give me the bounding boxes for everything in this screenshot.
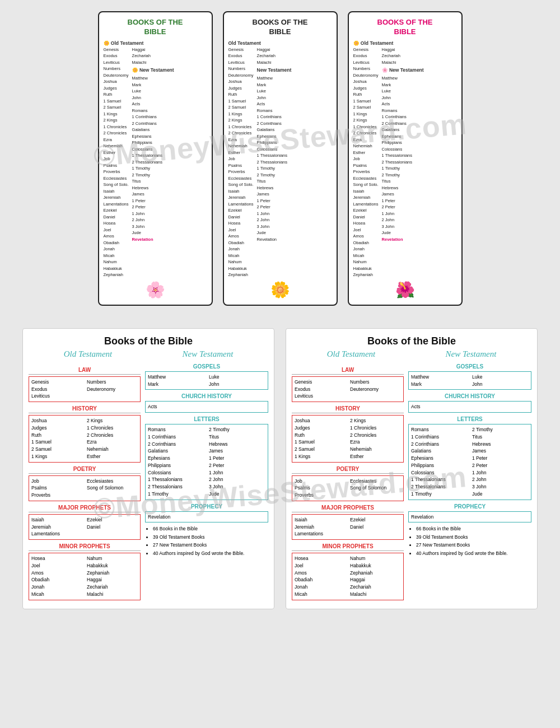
bible-card-2: Books of the Bible Old Testament New Tes… — [286, 328, 538, 609]
card2-history-heading: HISTORY — [292, 405, 404, 413]
card2-right: GOSPELS MatthewMark LukeJohn CHURCH HIST… — [408, 363, 531, 602]
bm1-flower: 🌸 — [104, 281, 207, 299]
card1-gospels-box: MatthewMark LukeJohn — [145, 371, 268, 390]
card1-facts: 66 Books in the Bible 39 Old Testament B… — [145, 525, 268, 557]
card1-church-box: Acts — [145, 401, 268, 413]
card2-major-heading: MAJOR PROPHETS — [292, 505, 404, 512]
card2-gospels-heading: GOSPELS — [408, 363, 531, 370]
bookmark-1: BOOKS OF THEBIBLE 🌼 Old Testament Genesi… — [98, 11, 213, 306]
bm1-ot-col2: HaggaiZechariahMalachi 🌼 New Testament M… — [132, 47, 174, 278]
card2-facts: 66 Books in the Bible 39 Old Testament B… — [408, 525, 531, 557]
cards-section: Books of the Bible Old Testament New Tes… — [0, 317, 560, 620]
card1-nt-subtitle: New Testament — [183, 349, 234, 359]
card2-gospels-box: MatthewMark LukeJohn — [408, 371, 531, 390]
bm2-ot-col2: HaggaiZechariahMalachi New Testament Mat… — [257, 47, 292, 278]
card1-prophecy-heading: PROPHECY — [145, 503, 268, 510]
card2-left: LAW GenesisExodusLeviticus NumbersDeuter… — [292, 363, 404, 602]
bm1-ot-label: 🌼 Old Testament — [104, 40, 207, 46]
card2-poetry-box: JobPsalmsProverbs EcclesiastesSong of So… — [292, 475, 404, 501]
bm2-ot-col1: GenesisExodusLeviticusNumbers Deuteronom… — [228, 47, 254, 278]
card1-minor-heading: MINOR PROPHETS — [29, 543, 141, 551]
card1-poetry-box: JobPsalmsProverbs EcclesiastesSong of So… — [29, 475, 141, 501]
card2-body: LAW GenesisExodusLeviticus NumbersDeuter… — [292, 363, 531, 602]
card1-ot-subtitle: Old Testament — [64, 349, 113, 359]
bm3-ot-label: 🌼 Old Testament — [353, 40, 457, 46]
card1-law-box: GenesisExodusLeviticus NumbersDeuteronom… — [29, 376, 141, 402]
card1-history-box: JoshuaJudgesRuth1 Samuel2 Samuel1 Kings … — [29, 415, 141, 463]
bm2-ot-label: Old Testament — [228, 40, 332, 46]
card1-poetry-heading: POETRY — [29, 466, 141, 474]
card2-minor-heading: MINOR PROPHETS — [292, 543, 404, 551]
card2-letters-heading: LETTERS — [408, 416, 531, 422]
card2-letters-box: Romans1 Corinthians2 CorinthiansGalatian… — [408, 424, 531, 500]
bookmark-3: BOOKS OF THEBIBLE 🌼 Old Testament Genesi… — [348, 11, 463, 306]
bm1-ot-col1: GenesisExodusLeviticusNumbers Deuteronom… — [104, 47, 129, 278]
card2-law-heading: LAW — [292, 367, 404, 375]
bookmark-1-title: BOOKS OF THEBIBLE — [104, 18, 207, 37]
bm2-flower: 🌼 — [228, 281, 332, 299]
card1-major-heading: MAJOR PROPHETS — [29, 505, 141, 512]
card2-nt-subtitle: New Testament — [446, 349, 497, 359]
card2-subtitles: Old Testament New Testament — [292, 349, 531, 359]
card2-major-box: IsaiahJeremiahLamentations EzekielDaniel — [292, 514, 404, 540]
card1-letters-heading: LETTERS — [145, 416, 268, 422]
bookmark-3-title: BOOKS OF THEBIBLE — [353, 18, 457, 37]
bm3-flower: 🌺 — [353, 281, 457, 299]
bookmarks-section: BOOKS OF THEBIBLE 🌼 Old Testament Genesi… — [0, 0, 560, 317]
card1-letters-box: Romans1 Corinthians2 CorinthiansGalatian… — [145, 424, 268, 500]
bible-card-1: Books of the Bible Old Testament New Tes… — [22, 328, 274, 609]
card1-church-heading: CHURCH HISTORY — [145, 393, 268, 399]
card2-prophecy-box: Revelation — [408, 511, 531, 523]
card2-ot-subtitle: Old Testament — [327, 349, 376, 359]
card1-right: GOSPELS MatthewMark LukeJohn CHURCH HIST… — [145, 363, 268, 602]
bm3-ot-col1: GenesisExodusLeviticusNumbers Deuteronom… — [353, 47, 379, 278]
card2-poetry-heading: POETRY — [292, 466, 404, 474]
card2-history-box: JoshuaJudgesRuth1 Samuel2 Samuel1 Kings … — [292, 415, 404, 463]
card1-gospels-heading: GOSPELS — [145, 363, 268, 370]
card1-left: LAW GenesisExodusLeviticus NumbersDeuter… — [29, 363, 141, 602]
card1-minor-box: HoseaJoelAmosObadiahJonahMicah NahumHaba… — [29, 553, 141, 600]
card1-law-heading: LAW — [29, 367, 141, 375]
bm3-ot-col2: HaggaiZechariahMalachi 🌸 New Testament M… — [382, 47, 424, 278]
card1-history-heading: HISTORY — [29, 405, 141, 413]
card2-church-heading: CHURCH HISTORY — [408, 393, 531, 399]
card1-major-box: IsaiahJeremiahLamentations EzekielDaniel — [29, 514, 141, 540]
card1-subtitles: Old Testament New Testament — [29, 349, 268, 359]
card2-minor-box: HoseaJoelAmosObadiahJonahMicah NahumHaba… — [292, 553, 404, 600]
bookmark-2-title: BOOKS OF THEBIBLE — [228, 18, 332, 37]
bookmark-2: BOOKS OF THEBIBLE Old Testament GenesisE… — [223, 11, 338, 306]
card2-law-box: GenesisExodusLeviticus NumbersDeuteronom… — [292, 376, 404, 402]
card2-prophecy-heading: PROPHECY — [408, 503, 531, 510]
card1-title: Books of the Bible — [29, 335, 268, 347]
card1-body: LAW GenesisExodusLeviticus NumbersDeuter… — [29, 363, 268, 602]
card1-prophecy-box: Revelation — [145, 511, 268, 523]
card2-title: Books of the Bible — [292, 335, 531, 347]
card2-church-box: Acts — [408, 401, 531, 413]
